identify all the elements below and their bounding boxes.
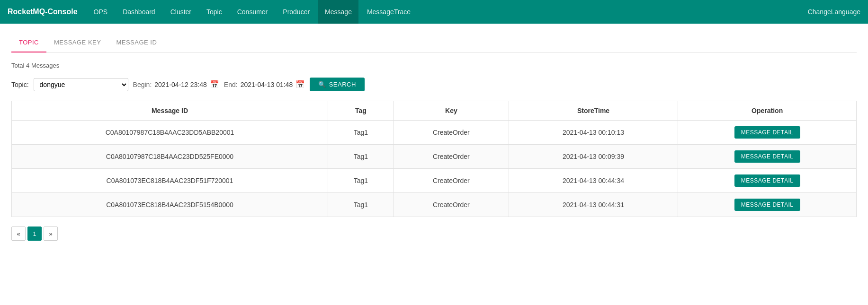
store-time-cell: 2021-04-13 00:10:13 xyxy=(509,121,678,145)
tab-topic[interactable]: TOPIC xyxy=(11,33,46,52)
pagination: « 1 » xyxy=(11,227,857,241)
end-value: 2021-04-13 01:48 xyxy=(241,81,293,88)
tag-cell: Tag1 xyxy=(328,193,394,217)
tab-message-key[interactable]: MESSAGE KEY xyxy=(46,33,108,52)
col-header-tag: Tag xyxy=(328,101,394,121)
topic-select[interactable]: dongyue xyxy=(34,78,128,91)
operation-cell: MESSAGE DETAIL xyxy=(678,121,857,145)
col-header-storetime: StoreTime xyxy=(509,101,678,121)
message-detail-button[interactable]: MESSAGE DETAIL xyxy=(734,174,800,187)
key-cell: CreateOrder xyxy=(394,169,509,193)
search-icon: 🔍 xyxy=(318,81,326,88)
header-row: Message IDTagKeyStoreTimeOperation xyxy=(12,101,857,121)
operation-cell: MESSAGE DETAIL xyxy=(678,193,857,217)
tag-cell: Tag1 xyxy=(328,145,394,169)
operation-cell: MESSAGE DETAIL xyxy=(678,145,857,169)
end-label: End: xyxy=(224,81,238,88)
prev-page-button[interactable]: « xyxy=(11,227,26,241)
total-messages: Total 4 Messages xyxy=(11,62,857,69)
message-id-cell: C0A80107987C18B4AAC23DD525FE0000 xyxy=(12,145,328,169)
nav-items: OPSDashboardClusterTopicConsumerProducer… xyxy=(87,0,808,24)
tag-cell: Tag1 xyxy=(328,169,394,193)
topic-label: Topic: xyxy=(11,81,29,88)
col-header-key: Key xyxy=(394,101,509,121)
nav-item-cluster[interactable]: Cluster xyxy=(164,0,198,24)
main-content: TOPICMESSAGE KEYMESSAGE ID Total 4 Messa… xyxy=(0,24,868,250)
messages-table: Message IDTagKeyStoreTimeOperation C0A80… xyxy=(11,101,857,217)
message-detail-button[interactable]: MESSAGE DETAIL xyxy=(734,126,800,139)
search-button-label: SEARCH xyxy=(329,81,356,88)
end-calendar-icon[interactable]: 📅 xyxy=(295,80,305,89)
store-time-cell: 2021-04-13 00:44:34 xyxy=(509,169,678,193)
store-time-cell: 2021-04-13 00:44:31 xyxy=(509,193,678,217)
nav-item-topic[interactable]: Topic xyxy=(200,0,229,24)
message-detail-button[interactable]: MESSAGE DETAIL xyxy=(734,150,800,163)
tabs-bar: TOPICMESSAGE KEYMESSAGE ID xyxy=(11,33,857,52)
search-button[interactable]: 🔍 SEARCH xyxy=(310,78,365,91)
nav-item-consumer[interactable]: Consumer xyxy=(231,0,275,24)
nav-item-message[interactable]: Message xyxy=(318,0,358,24)
begin-label: Begin: xyxy=(133,81,152,88)
navbar: RocketMQ-Console OPSDashboardClusterTopi… xyxy=(0,0,868,24)
operation-cell: MESSAGE DETAIL xyxy=(678,169,857,193)
table-row: C0A801073EC818B4AAC23DF51F720001Tag1Crea… xyxy=(12,169,857,193)
tab-message-id[interactable]: MESSAGE ID xyxy=(108,33,164,52)
next-page-button[interactable]: » xyxy=(44,227,58,241)
end-date-field: End: 2021-04-13 01:48 📅 xyxy=(224,80,305,89)
key-cell: CreateOrder xyxy=(394,193,509,217)
brand: RocketMQ-Console xyxy=(8,8,78,16)
change-language[interactable]: ChangeLanguage xyxy=(808,8,860,16)
message-detail-button[interactable]: MESSAGE DETAIL xyxy=(734,199,800,211)
message-id-cell: C0A801073EC818B4AAC23DF5154B0000 xyxy=(12,193,328,217)
table-row: C0A80107987C18B4AAC23DD525FE0000Tag1Crea… xyxy=(12,145,857,169)
nav-item-ops[interactable]: OPS xyxy=(87,0,115,24)
table-row: C0A80107987C18B4AAC23DD5ABB20001Tag1Crea… xyxy=(12,121,857,145)
col-header-operation: Operation xyxy=(678,101,857,121)
key-cell: CreateOrder xyxy=(394,121,509,145)
begin-date-field: Begin: 2021-04-12 23:48 📅 xyxy=(133,80,219,89)
search-bar: Topic: dongyue Begin: 2021-04-12 23:48 📅… xyxy=(11,78,857,91)
nav-item-messagetrace[interactable]: MessageTrace xyxy=(360,0,417,24)
message-id-cell: C0A801073EC818B4AAC23DF51F720001 xyxy=(12,169,328,193)
key-cell: CreateOrder xyxy=(394,145,509,169)
page-1-button[interactable]: 1 xyxy=(27,227,42,241)
table-body: C0A80107987C18B4AAC23DD5ABB20001Tag1Crea… xyxy=(12,121,857,217)
begin-calendar-icon[interactable]: 📅 xyxy=(210,80,219,89)
table-header: Message IDTagKeyStoreTimeOperation xyxy=(12,101,857,121)
nav-item-producer[interactable]: Producer xyxy=(276,0,316,24)
col-header-message-id: Message ID xyxy=(12,101,328,121)
begin-value: 2021-04-12 23:48 xyxy=(154,81,207,88)
message-id-cell: C0A80107987C18B4AAC23DD5ABB20001 xyxy=(12,121,328,145)
table-row: C0A801073EC818B4AAC23DF5154B0000Tag1Crea… xyxy=(12,193,857,217)
tag-cell: Tag1 xyxy=(328,121,394,145)
store-time-cell: 2021-04-13 00:09:39 xyxy=(509,145,678,169)
nav-item-dashboard[interactable]: Dashboard xyxy=(116,0,162,24)
